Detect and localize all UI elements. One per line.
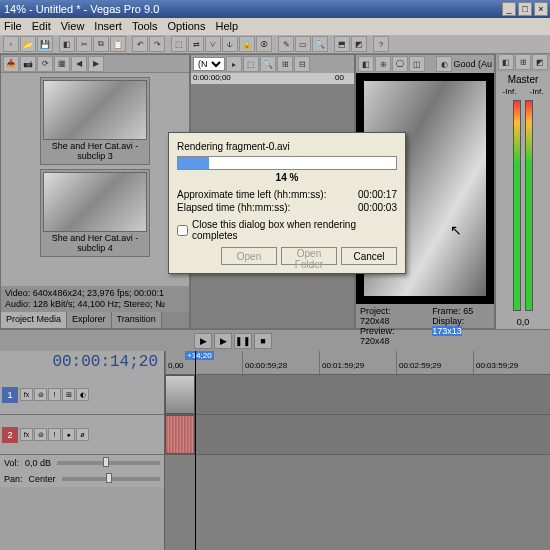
edit-tool-icon[interactable]: ✎ xyxy=(278,36,294,52)
preview-info: Project: 720x48 Preview: 720x48 Frame: 6… xyxy=(356,304,494,328)
properties-icon[interactable]: ◧ xyxy=(59,36,75,52)
pm-views-icon[interactable]: ▦ xyxy=(54,56,70,72)
pm-camera-icon[interactable]: 📷 xyxy=(20,56,36,72)
lock-icon[interactable]: 🔒 xyxy=(239,36,255,52)
close-on-complete-checkbox[interactable]: Close this dialog box when rendering com… xyxy=(177,219,397,241)
menu-edit[interactable]: Edit xyxy=(32,20,51,32)
select-tool-icon[interactable]: ▭ xyxy=(295,36,311,52)
close-button[interactable]: × xyxy=(534,2,548,16)
play-button[interactable]: ▶ xyxy=(194,333,212,349)
trimmer-icon1[interactable]: ▸ xyxy=(226,56,242,72)
ignore-icon[interactable]: ⦿ xyxy=(256,36,272,52)
menu-options[interactable]: Options xyxy=(168,20,206,32)
clip-name: She and Her Cat.avi - subclip 3 xyxy=(43,142,147,162)
menubar: File Edit View Insert Tools Options Help xyxy=(0,18,550,34)
master-icon3[interactable]: ◩ xyxy=(532,54,548,70)
pm-import-icon[interactable]: 📥 xyxy=(3,56,19,72)
track-mute-icon[interactable]: ⊘ xyxy=(34,428,47,441)
audio-clip[interactable] xyxy=(165,415,195,454)
video-track[interactable] xyxy=(165,375,550,415)
trimmer-dropdown[interactable]: (N xyxy=(193,57,225,71)
clip-thumbnail xyxy=(43,80,147,140)
minimize-button[interactable]: _ xyxy=(502,2,516,16)
menu-help[interactable]: Help xyxy=(215,20,238,32)
dialog-title: Rendering fragment-0.avi xyxy=(177,141,397,152)
misc-tool-icon[interactable]: ⬒ xyxy=(334,36,350,52)
video-track-header[interactable]: 1 fx ⊘ ! ⊞ ◐ xyxy=(0,375,164,415)
copy-icon[interactable]: ⧉ xyxy=(93,36,109,52)
tab-project-media[interactable]: Project Media xyxy=(1,312,67,328)
snap-icon[interactable]: ⬚ xyxy=(171,36,187,52)
trimmer-icon5[interactable]: ⊟ xyxy=(294,56,310,72)
open-icon[interactable]: 📂 xyxy=(20,36,36,52)
preview-quality[interactable]: Good (Au xyxy=(453,59,492,69)
motion-icon[interactable]: ⊞ xyxy=(62,388,75,401)
pv-icon1[interactable]: ◧ xyxy=(358,56,374,72)
menu-file[interactable]: File xyxy=(4,20,22,32)
volume-slider[interactable] xyxy=(57,461,160,465)
cut-icon[interactable]: ✂ xyxy=(76,36,92,52)
phase-icon[interactable]: ø xyxy=(76,428,89,441)
trimmer-toolbar: (N ▸ ⬚ 🔍 ⊞ ⊟ xyxy=(191,55,354,73)
clip-item[interactable]: She and Her Cat.avi - subclip 4 xyxy=(40,169,150,257)
autocross-icon[interactable]: ⩒ xyxy=(205,36,221,52)
new-icon[interactable]: ▫ xyxy=(3,36,19,52)
volume-row: Vol: 0,0 dB xyxy=(0,455,164,471)
comp-icon[interactable]: ◐ xyxy=(76,388,89,401)
meter-left xyxy=(513,100,521,311)
crossfade-icon[interactable]: ⫝ xyxy=(222,36,238,52)
pv-icon2[interactable]: ⊕ xyxy=(375,56,391,72)
audio-track-header[interactable]: 2 fx ⊘ ! ● ø xyxy=(0,415,164,455)
pm-refresh-icon[interactable]: ⟳ xyxy=(37,56,53,72)
track-solo-icon[interactable]: ! xyxy=(48,428,61,441)
video-clip[interactable] xyxy=(165,375,195,414)
redo-icon[interactable]: ↷ xyxy=(149,36,165,52)
checkbox-input[interactable] xyxy=(177,225,188,236)
arm-icon[interactable]: ● xyxy=(62,428,75,441)
tab-explorer[interactable]: Explorer xyxy=(67,312,112,328)
save-icon[interactable]: 💾 xyxy=(37,36,53,52)
tab-transitions[interactable]: Transition xyxy=(112,312,162,328)
pan-slider[interactable] xyxy=(62,477,160,481)
cancel-button[interactable]: Cancel xyxy=(341,247,397,265)
trimmer-icon3[interactable]: 🔍 xyxy=(260,56,276,72)
playhead[interactable] xyxy=(195,351,196,550)
maximize-button[interactable]: □ xyxy=(518,2,532,16)
track-fx-icon[interactable]: fx xyxy=(20,428,33,441)
zoom-tool-icon[interactable]: 🔍 xyxy=(312,36,328,52)
ripple-icon[interactable]: ⇄ xyxy=(188,36,204,52)
track-solo-icon[interactable]: ! xyxy=(48,388,61,401)
master-panel: ◧ ⊞ ◩ Master -Inf.-Inf. 0,0 xyxy=(495,54,550,329)
trimmer-icon2[interactable]: ⬚ xyxy=(243,56,259,72)
pause-button[interactable]: ❚❚ xyxy=(234,333,252,349)
pv-split-icon[interactable]: ◫ xyxy=(409,56,425,72)
clip-item[interactable]: She and Her Cat.avi - subclip 3 xyxy=(40,77,150,165)
pv-quality-icon[interactable]: ◐ xyxy=(436,56,452,72)
master-icon1[interactable]: ◧ xyxy=(498,54,514,70)
meter-right xyxy=(525,100,533,311)
pm-nav-left-icon[interactable]: ◀ xyxy=(71,56,87,72)
menu-tools[interactable]: Tools xyxy=(132,20,158,32)
cursor-icon: ↖ xyxy=(450,222,462,238)
trimmer-icon4[interactable]: ⊞ xyxy=(277,56,293,72)
menu-view[interactable]: View xyxy=(61,20,85,32)
master-value: 0,0 xyxy=(496,315,550,329)
timeline-ruler[interactable]: +14;20 0,00 00:00:59;28 00:01:59;29 00:0… xyxy=(165,351,550,375)
track-mute-icon[interactable]: ⊘ xyxy=(34,388,47,401)
misc-tool2-icon[interactable]: ◩ xyxy=(351,36,367,52)
audio-info: Audio: 128 kBit/s; 44,100 Hz; Stereo; № xyxy=(5,299,185,310)
timeline-tracks[interactable]: +14;20 0,00 00:00:59;28 00:01:59;29 00:0… xyxy=(165,351,550,550)
help-icon[interactable]: ? xyxy=(373,36,389,52)
pm-nav-right-icon[interactable]: ▶ xyxy=(88,56,104,72)
master-icon2[interactable]: ⊞ xyxy=(515,54,531,70)
menu-insert[interactable]: Insert xyxy=(94,20,122,32)
track-number: 2 xyxy=(2,427,18,443)
stop-button[interactable]: ■ xyxy=(254,333,272,349)
paste-icon[interactable]: 📋 xyxy=(110,36,126,52)
undo-icon[interactable]: ↶ xyxy=(132,36,148,52)
pv-extmon-icon[interactable]: 🖵 xyxy=(392,56,408,72)
play-loop-button[interactable]: ▶ xyxy=(214,333,232,349)
track-fx-icon[interactable]: fx xyxy=(20,388,33,401)
track-number: 1 xyxy=(2,387,18,403)
audio-track[interactable] xyxy=(165,415,550,455)
